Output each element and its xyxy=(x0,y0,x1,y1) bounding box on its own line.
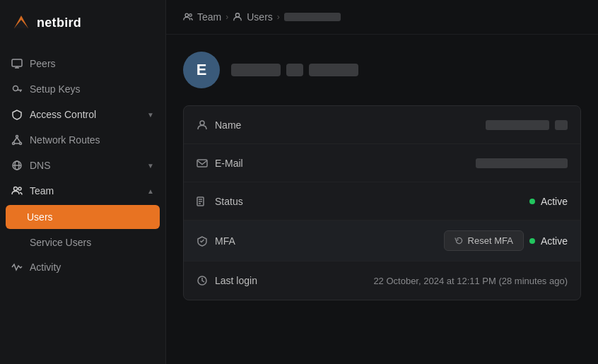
shield-check-icon xyxy=(197,235,208,247)
sidebar-item-service-users-label: Service Users xyxy=(30,237,91,248)
svg-point-21 xyxy=(236,13,240,17)
breadcrumb-team-icon xyxy=(183,12,193,22)
netbird-logo-icon xyxy=(11,13,31,33)
breadcrumb-sep-2: › xyxy=(277,12,280,22)
status-label: Status xyxy=(197,196,324,207)
status-active-dot xyxy=(529,199,535,204)
breadcrumb-users-icon xyxy=(233,12,242,22)
chevron-up-icon: ▲ xyxy=(147,187,154,195)
user-name-blur-1 xyxy=(231,64,281,76)
svg-point-10 xyxy=(20,143,22,145)
mfa-value: Reset MFA Active xyxy=(324,230,568,251)
sidebar-item-access-control[interactable]: Access Control ▼ xyxy=(0,102,165,127)
breadcrumb-users-label: Users xyxy=(247,11,273,23)
svg-point-5 xyxy=(13,86,18,91)
network-icon xyxy=(11,134,23,146)
sidebar-item-network-routes[interactable]: Network Routes xyxy=(0,127,165,153)
status-icon xyxy=(197,196,208,207)
sidebar-item-access-control-label: Access Control xyxy=(30,109,140,120)
sidebar-item-setup-keys[interactable]: Setup Keys xyxy=(0,76,165,102)
sidebar-item-activity-label: Activity xyxy=(30,262,154,273)
name-value xyxy=(324,120,568,130)
last-login-value: 22 October, 2024 at 12:11 PM (28 minutes… xyxy=(324,276,568,286)
svg-point-17 xyxy=(14,187,18,191)
email-value xyxy=(324,158,568,168)
email-blur xyxy=(476,158,568,168)
breadcrumb-users: Users xyxy=(233,11,273,23)
mfa-active-text: Active xyxy=(541,235,568,247)
sidebar-item-users-label: Users xyxy=(27,211,53,223)
user-name-blur-2 xyxy=(286,64,303,76)
last-login-label: Last login xyxy=(197,275,324,286)
user-info-table: Name E-Mail xyxy=(183,105,581,300)
svg-line-11 xyxy=(13,138,17,143)
reset-mfa-button[interactable]: Reset MFA xyxy=(444,230,524,251)
sidebar: netbird Peers Setup Keys xyxy=(0,0,166,364)
monitor-icon xyxy=(11,58,23,69)
key-icon xyxy=(11,83,23,95)
sidebar-item-service-users[interactable]: Service Users xyxy=(0,230,165,254)
user-profile-header: E xyxy=(183,52,581,88)
avatar: E xyxy=(183,52,220,88)
mfa-row: MFA Reset MFA Active xyxy=(184,221,580,262)
last-login-text: 22 October, 2024 at 12:11 PM (28 minutes… xyxy=(373,276,568,286)
logo-text: netbird xyxy=(37,16,81,30)
sidebar-item-users[interactable]: Users xyxy=(6,205,160,229)
svg-point-20 xyxy=(189,14,192,17)
mail-icon xyxy=(197,158,208,169)
main-panel: Team › Users › E xyxy=(166,0,598,364)
sidebar-item-team[interactable]: Team ▲ xyxy=(0,178,165,204)
email-label: E-Mail xyxy=(197,158,324,169)
globe-icon xyxy=(11,160,23,171)
reset-icon xyxy=(455,236,464,245)
main-header: Team › Users › xyxy=(166,0,598,35)
sidebar-item-network-routes-label: Network Routes xyxy=(30,134,154,146)
name-blur-1 xyxy=(486,120,549,130)
breadcrumb-sep-1: › xyxy=(225,12,228,22)
mfa-active-dot xyxy=(529,238,535,244)
email-row: E-Mail xyxy=(184,144,580,182)
breadcrumb-user-name xyxy=(284,13,341,21)
person-icon xyxy=(197,119,208,131)
logo: netbird xyxy=(0,0,165,45)
svg-point-19 xyxy=(185,13,188,16)
svg-rect-2 xyxy=(12,59,22,66)
svg-point-8 xyxy=(16,136,18,138)
svg-rect-23 xyxy=(197,160,207,167)
activity-icon xyxy=(11,262,23,273)
sidebar-item-dns[interactable]: DNS ▼ xyxy=(0,153,165,178)
sidebar-item-team-label: Team xyxy=(30,185,140,196)
user-name-blur-3 xyxy=(309,64,358,76)
status-active-text: Active xyxy=(541,196,568,207)
reset-mfa-label: Reset MFA xyxy=(468,235,513,246)
name-label: Name xyxy=(197,119,324,131)
chevron-down-icon: ▼ xyxy=(147,111,154,119)
sidebar-item-activity[interactable]: Activity xyxy=(0,254,165,280)
svg-line-12 xyxy=(17,138,20,143)
svg-point-22 xyxy=(200,121,204,125)
sidebar-item-setup-keys-label: Setup Keys xyxy=(30,83,154,95)
users-icon xyxy=(11,185,23,196)
status-value: Active xyxy=(324,196,568,207)
sidebar-nav: Peers Setup Keys Access Control ▼ xyxy=(0,45,165,364)
breadcrumb: Team › Users › xyxy=(183,11,341,23)
sidebar-item-dns-label: DNS xyxy=(30,160,140,171)
status-row: Status Active xyxy=(184,182,580,221)
svg-point-9 xyxy=(13,143,15,145)
clock-icon xyxy=(197,275,208,286)
last-login-row: Last login 22 October, 2024 at 12:11 PM … xyxy=(184,262,580,300)
name-blur-2 xyxy=(555,120,568,130)
chevron-down-icon: ▼ xyxy=(147,162,154,170)
shield-icon xyxy=(11,109,23,120)
svg-marker-1 xyxy=(14,20,28,28)
team-sub-nav: Users Service Users xyxy=(0,205,165,254)
sidebar-item-peers-label: Peers xyxy=(30,58,154,69)
breadcrumb-team: Team xyxy=(183,11,221,23)
sidebar-item-peers[interactable]: Peers xyxy=(0,51,165,76)
name-row: Name xyxy=(184,106,580,144)
main-content: E Name xyxy=(166,35,598,364)
breadcrumb-team-label: Team xyxy=(197,11,221,23)
user-name-blurred xyxy=(231,64,358,76)
svg-point-18 xyxy=(18,187,21,190)
mfa-label: MFA xyxy=(197,235,324,247)
